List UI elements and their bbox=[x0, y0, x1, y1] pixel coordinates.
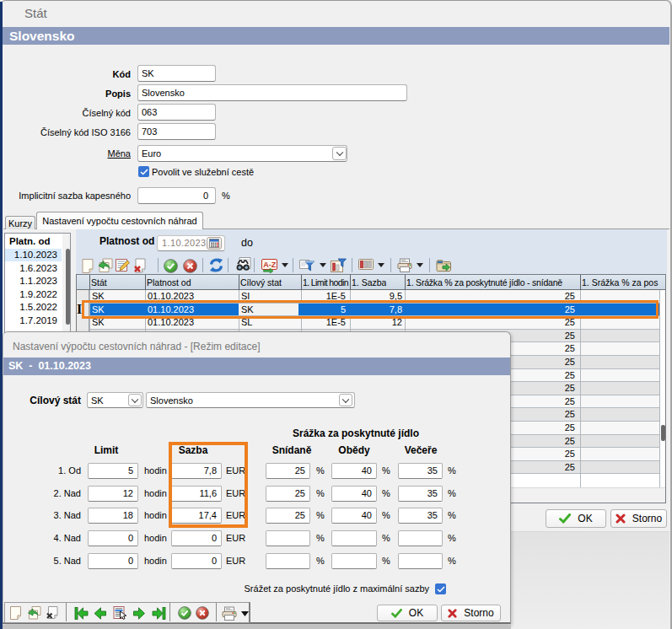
svg-text:A-Z: A-Z bbox=[263, 261, 276, 269]
